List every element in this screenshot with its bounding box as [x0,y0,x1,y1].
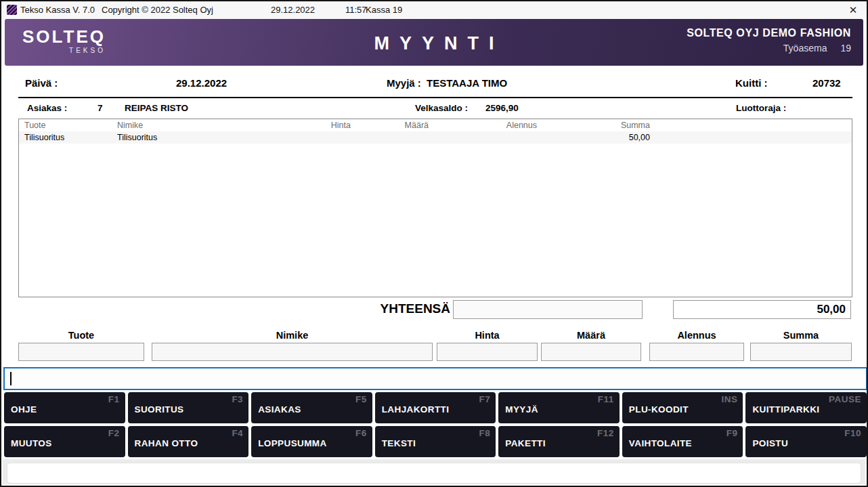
title-bar: Tekso Kassa V. 7.0 Copyright © 2022 Solt… [1,1,867,19]
button-keycode: F3 [232,394,243,404]
entry-label-summa: Summa [750,330,852,341]
receipt-label: Kuitti : [735,77,767,89]
entry-input-summa[interactable] [750,343,852,361]
button-label: POISTU [752,438,788,448]
workstation-label: Työasema [783,43,827,54]
entry-label-hinta: Hinta [437,330,538,341]
button-keycode: F6 [355,428,367,438]
button-label: ASIAKAS [258,404,301,415]
customer-number: 7 [97,103,103,113]
button-label: MUUTOS [11,438,52,448]
entry-input-tuote[interactable] [18,343,144,361]
app-title: Tekso Kassa V. 7.0 [20,5,95,15]
button-label: RAHAN OTTO [135,438,198,448]
button-keycode: PAUSE [829,394,861,404]
button-label: PAKETTI [505,438,546,448]
seller-label: Myyjä : [387,77,421,89]
date-value: 29.12.2022 [176,77,227,89]
total-amount-field: 50,00 [673,300,851,319]
balance-label: Velkasaldo : [415,103,468,113]
customer-name: REIPAS RISTO [125,103,188,113]
button-label: LAHJAKORTTI [382,404,450,415]
button-plu-koodit[interactable]: PLU-KOODIT INS [622,392,743,423]
button-muutos[interactable]: MUUTOS F2 [4,426,125,457]
button-label: VAIHTOLAITE [629,438,692,448]
button-keycode: F11 [598,394,614,404]
button-paketti[interactable]: PAKETTI F12 [498,426,620,457]
entry-input-maara[interactable] [541,343,641,361]
close-icon[interactable]: ✕ [846,3,860,17]
entry-label-nimike: Nimike [152,330,433,341]
button-lahjakortti[interactable]: LAHJAKORTTI F7 [375,392,496,423]
entry-label-maara: Määrä [541,330,641,341]
workstation-number: 19 [840,43,851,54]
store-info: SOLTEQ OYJ DEMO FASHION Työasema19 [687,27,851,54]
bottom-status-area [3,459,865,484]
col-header-alennus: Alennus [481,121,537,130]
store-name: SOLTEQ OYJ DEMO FASHION [687,27,851,39]
col-header-summa: Summa [594,121,650,130]
entry-label-alennus: Alennus [649,330,744,341]
button-keycode: F9 [726,428,738,438]
credit-limit-label: Luottoraja : [736,103,786,113]
cell-summa: 50,00 [594,133,650,142]
table-header-row: Tuote Nimike Hinta Määrä Alennus Summa [19,119,852,131]
line-items-table[interactable]: Tuote Nimike Hinta Määrä Alennus Summa T… [18,119,852,297]
button-keycode: INS [721,394,737,404]
button-keycode: F10 [844,428,861,438]
receipt-number: 20732 [812,77,841,89]
payment-amount-field[interactable] [453,300,643,319]
col-header-tuote: Tuote [24,121,46,130]
text-caret [10,372,12,385]
button-keycode: F1 [108,394,120,404]
copyright-text: Copyright © 2022 Solteq Oyj [102,5,213,15]
app-window: Tekso Kassa V. 7.0 Copyright © 2022 Solt… [0,0,868,487]
button-suoritus[interactable]: SUORITUS F3 [128,392,249,423]
app-header: SOLTEQ TEKSO MYYNTI SOLTEQ OYJ DEMO FASH… [5,19,863,66]
entry-input-alennus[interactable] [649,343,744,361]
customer-label: Asiakas : [27,103,67,113]
button-kuittiparkki[interactable]: KUITTIPARKKI PAUSE [745,392,867,423]
button-teksti[interactable]: TEKSTI F8 [375,426,496,457]
col-header-nimike: Nimike [117,121,143,130]
button-vaihtolaite[interactable]: VAIHTOLAITE F9 [622,426,743,457]
button-keycode: F12 [597,428,614,438]
button-keycode: F7 [479,394,491,404]
button-keycode: F8 [479,428,491,438]
balance-value: 2596,90 [485,103,519,113]
button-label: PLU-KOODIT [629,404,689,415]
entry-input-nimike[interactable] [152,343,433,361]
titlebar-time: 11:57 [345,5,367,15]
app-logo-icon [7,5,17,15]
button-keycode: F5 [355,394,367,404]
cell-nimike: Tilisuoritus [117,133,157,142]
button-label: MYYJÄ [505,404,538,415]
button-poistu[interactable]: POISTU F10 [745,426,867,457]
divider-line [18,97,852,98]
button-label: SUORITUS [135,404,184,415]
button-loppusumma[interactable]: LOPPUSUMMA F6 [251,426,372,457]
date-label: Päivä : [25,77,58,89]
button-label: KUITTIPARKKI [752,404,819,415]
button-label: OHJE [11,404,37,415]
button-ohje[interactable]: OHJE F1 [4,392,125,423]
titlebar-register: Kassa 19 [366,5,402,15]
button-label: TEKSTI [382,438,416,448]
titlebar-date: 29.12.2022 [271,5,315,15]
function-key-panel: OHJE F1 SUORITUS F3 ASIAKAS F5 LAHJAKORT… [4,392,867,457]
cell-tuote: Tilisuoritus [24,133,64,142]
col-header-hinta: Hinta [303,121,351,130]
entry-input-hinta[interactable] [437,343,538,361]
button-asiakas[interactable]: ASIAKAS F5 [251,392,372,423]
status-bar [7,463,861,484]
button-myyja[interactable]: MYYJÄ F11 [498,392,620,423]
col-header-maara: Määrä [381,121,429,130]
button-rahan-otto[interactable]: RAHAN OTTO F4 [128,426,249,457]
entry-label-tuote: Tuote [18,330,144,341]
button-keycode: F4 [232,428,243,438]
command-input[interactable] [3,367,867,390]
button-label: LOPPUSUMMA [258,438,327,448]
table-row[interactable]: Tilisuoritus Tilisuoritus 50,00 [19,131,852,144]
workstation-row: Työasema19 [687,43,851,54]
total-label: YHTEENSÄ [370,301,450,316]
